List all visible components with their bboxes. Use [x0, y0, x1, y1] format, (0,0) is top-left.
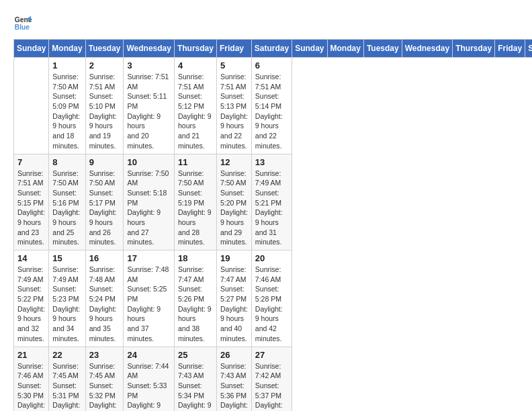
calendar-cell: 8Sunrise: 7:50 AM Sunset: 5:16 PM Daylig… [49, 154, 85, 250]
day-info: Sunrise: 7:51 AM Sunset: 5:13 PM Dayligh… [220, 72, 248, 151]
day-info: Sunrise: 7:45 AM Sunset: 5:32 PM Dayligh… [89, 361, 120, 412]
calendar-cell: 26Sunrise: 7:43 AM Sunset: 5:36 PM Dayli… [216, 347, 251, 411]
header-wednesday: Wednesday [124, 40, 174, 58]
day-info: Sunrise: 7:50 AM Sunset: 5:09 PM Dayligh… [52, 72, 81, 151]
day-info: Sunrise: 7:51 AM Sunset: 5:14 PM Dayligh… [255, 72, 288, 151]
calendar-cell: 11Sunrise: 7:50 AM Sunset: 5:19 PM Dayli… [174, 154, 216, 250]
calendar-cell: 22Sunrise: 7:45 AM Sunset: 5:31 PM Dayli… [49, 347, 85, 411]
day-info: Sunrise: 7:45 AM Sunset: 5:31 PM Dayligh… [52, 361, 81, 412]
day-number: 7 [17, 157, 45, 167]
day-number: 1 [52, 60, 81, 71]
day-info: Sunrise: 7:50 AM Sunset: 5:20 PM Dayligh… [220, 169, 248, 248]
day-info: Sunrise: 7:47 AM Sunset: 5:27 PM Dayligh… [220, 265, 248, 344]
calendar-cell: 14Sunrise: 7:49 AM Sunset: 5:22 PM Dayli… [14, 250, 49, 347]
day-info: Sunrise: 7:51 AM Sunset: 5:15 PM Dayligh… [17, 169, 45, 248]
col-header-wednesday: Wednesday [402, 40, 452, 58]
day-info: Sunrise: 7:43 AM Sunset: 5:36 PM Dayligh… [220, 361, 248, 412]
day-number: 3 [127, 60, 170, 71]
day-number: 26 [220, 350, 248, 360]
calendar-cell: 2Sunrise: 7:51 AM Sunset: 5:10 PM Daylig… [85, 58, 124, 154]
day-info: Sunrise: 7:51 AM Sunset: 5:11 PM Dayligh… [127, 72, 170, 151]
calendar-cell: 13Sunrise: 7:49 AM Sunset: 5:21 PM Dayli… [251, 154, 292, 250]
calendar-cell: 5Sunrise: 7:51 AM Sunset: 5:13 PM Daylig… [216, 58, 251, 154]
day-number: 22 [52, 350, 81, 360]
day-number: 27 [255, 350, 288, 360]
calendar-cell: 27Sunrise: 7:42 AM Sunset: 5:37 PM Dayli… [251, 347, 292, 411]
day-info: Sunrise: 7:49 AM Sunset: 5:22 PM Dayligh… [17, 265, 45, 344]
calendar-cell: 4Sunrise: 7:51 AM Sunset: 5:12 PM Daylig… [174, 58, 216, 154]
header-monday: Monday [49, 40, 85, 58]
day-info: Sunrise: 7:43 AM Sunset: 5:34 PM Dayligh… [178, 361, 213, 412]
day-number: 16 [89, 253, 120, 263]
calendar-cell: 12Sunrise: 7:50 AM Sunset: 5:20 PM Dayli… [216, 154, 251, 250]
day-number: 21 [17, 350, 45, 360]
week-row-1: 1Sunrise: 7:50 AM Sunset: 5:09 PM Daylig… [14, 58, 533, 154]
day-number: 10 [127, 157, 170, 167]
calendar-cell: 15Sunrise: 7:49 AM Sunset: 5:23 PM Dayli… [49, 250, 85, 347]
day-number: 14 [17, 253, 45, 263]
header-friday: Friday [216, 40, 251, 58]
week-row-3: 14Sunrise: 7:49 AM Sunset: 5:22 PM Dayli… [14, 250, 533, 347]
day-number: 5 [220, 60, 248, 71]
day-number: 13 [255, 157, 288, 167]
header-sunday: Sunday [14, 40, 49, 58]
day-number: 15 [52, 253, 81, 263]
day-info: Sunrise: 7:46 AM Sunset: 5:28 PM Dayligh… [255, 265, 288, 344]
calendar-cell: 17Sunrise: 7:48 AM Sunset: 5:25 PM Dayli… [124, 250, 174, 347]
day-info: Sunrise: 7:42 AM Sunset: 5:37 PM Dayligh… [255, 361, 288, 412]
calendar-cell [14, 58, 49, 154]
col-header-saturday: Saturday [525, 40, 532, 58]
day-number: 9 [89, 157, 120, 167]
day-info: Sunrise: 7:47 AM Sunset: 5:26 PM Dayligh… [178, 265, 213, 344]
week-row-2: 7Sunrise: 7:51 AM Sunset: 5:15 PM Daylig… [14, 154, 533, 250]
week-row-4: 21Sunrise: 7:46 AM Sunset: 5:30 PM Dayli… [14, 347, 533, 411]
day-number: 25 [178, 350, 213, 360]
calendar-header-row: SundayMondayTuesdayWednesdayThursdayFrid… [14, 40, 533, 58]
header-saturday: Saturday [251, 40, 292, 58]
calendar-cell: 3Sunrise: 7:51 AM Sunset: 5:11 PM Daylig… [124, 58, 174, 154]
day-info: Sunrise: 7:48 AM Sunset: 5:24 PM Dayligh… [89, 265, 120, 344]
calendar-cell: 7Sunrise: 7:51 AM Sunset: 5:15 PM Daylig… [14, 154, 49, 250]
day-info: Sunrise: 7:46 AM Sunset: 5:30 PM Dayligh… [17, 361, 45, 412]
day-number: 12 [220, 157, 248, 167]
day-number: 18 [178, 253, 213, 263]
calendar-cell: 21Sunrise: 7:46 AM Sunset: 5:30 PM Dayli… [14, 347, 49, 411]
day-number: 24 [127, 350, 170, 360]
day-info: Sunrise: 7:50 AM Sunset: 5:19 PM Dayligh… [178, 169, 213, 248]
day-info: Sunrise: 7:44 AM Sunset: 5:33 PM Dayligh… [127, 361, 170, 412]
day-info: Sunrise: 7:49 AM Sunset: 5:23 PM Dayligh… [52, 265, 81, 344]
calendar-table: SundayMondayTuesdayWednesdayThursdayFrid… [13, 39, 532, 411]
day-number: 6 [255, 60, 288, 71]
col-header-monday: Monday [327, 40, 363, 58]
logo-icon: General Blue [13, 13, 32, 32]
day-number: 2 [89, 60, 120, 71]
day-number: 8 [52, 157, 81, 167]
day-info: Sunrise: 7:50 AM Sunset: 5:16 PM Dayligh… [52, 169, 81, 248]
logo: General Blue [13, 13, 32, 32]
day-number: 11 [178, 157, 213, 167]
calendar-cell: 1Sunrise: 7:50 AM Sunset: 5:09 PM Daylig… [49, 58, 85, 154]
day-number: 19 [220, 253, 248, 263]
col-header-friday: Friday [495, 40, 525, 58]
day-info: Sunrise: 7:49 AM Sunset: 5:21 PM Dayligh… [255, 169, 288, 248]
day-info: Sunrise: 7:51 AM Sunset: 5:12 PM Dayligh… [178, 72, 213, 151]
day-number: 17 [127, 253, 170, 263]
calendar-cell: 20Sunrise: 7:46 AM Sunset: 5:28 PM Dayli… [251, 250, 292, 347]
col-header-thursday: Thursday [453, 40, 495, 58]
header-thursday: Thursday [174, 40, 216, 58]
col-header-sunday: Sunday [292, 40, 327, 58]
day-info: Sunrise: 7:50 AM Sunset: 5:18 PM Dayligh… [127, 169, 170, 248]
day-number: 20 [255, 253, 288, 263]
header-tuesday: Tuesday [85, 40, 124, 58]
svg-text:Blue: Blue [15, 24, 30, 31]
day-number: 23 [89, 350, 120, 360]
calendar-cell: 10Sunrise: 7:50 AM Sunset: 5:18 PM Dayli… [124, 154, 174, 250]
calendar-cell: 9Sunrise: 7:50 AM Sunset: 5:17 PM Daylig… [85, 154, 124, 250]
day-info: Sunrise: 7:51 AM Sunset: 5:10 PM Dayligh… [89, 72, 120, 151]
page-header: General Blue [13, 13, 519, 32]
calendar-cell: 23Sunrise: 7:45 AM Sunset: 5:32 PM Dayli… [85, 347, 124, 411]
day-info: Sunrise: 7:48 AM Sunset: 5:25 PM Dayligh… [127, 265, 170, 344]
col-header-tuesday: Tuesday [363, 40, 402, 58]
calendar-cell: 24Sunrise: 7:44 AM Sunset: 5:33 PM Dayli… [124, 347, 174, 411]
calendar-cell: 6Sunrise: 7:51 AM Sunset: 5:14 PM Daylig… [251, 58, 292, 154]
